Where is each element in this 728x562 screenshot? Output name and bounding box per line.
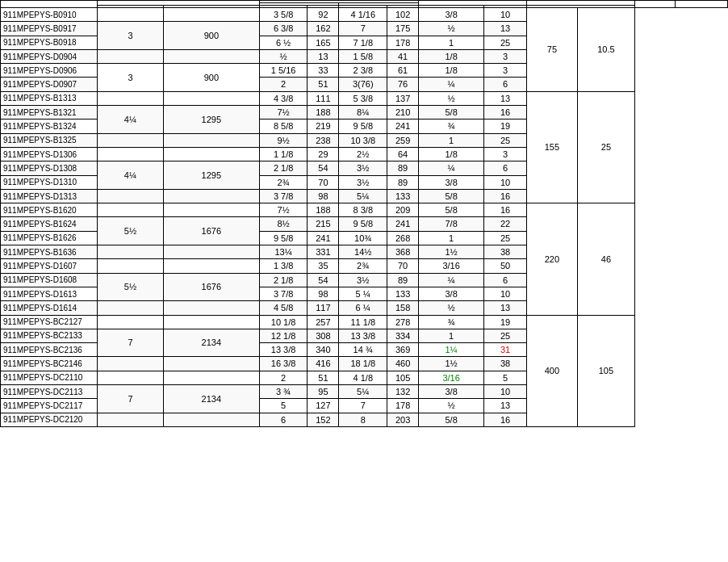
cell-css-mm: 29 [308,147,339,161]
cell-css-inch: 7½ [259,203,308,217]
cell-min2-mm: 38 [484,245,527,259]
cell-oss-mm: 70 [387,259,419,273]
cell-min1-inch: 1/8 [419,49,484,63]
cell-oss-inch: 11 1/8 [339,315,387,329]
cell-mm-cone [163,245,259,259]
cell-oss-inch: 3(76) [339,78,387,91]
cell-css-mm: 33 [308,64,339,78]
cell-mm-cone [163,371,259,384]
cell-css-mm: 331 [308,245,339,259]
cell-min1-inch: ½ [419,91,484,105]
cell-oss-inch: 3½ [339,161,387,175]
cell-css-inch: 4 3/8 [259,91,308,105]
cell-model: 911MPEPYS-B1324 [1,120,98,133]
cell-min2-mm: 16 [484,106,527,120]
cell-min1-inch: 3/8 [419,8,484,22]
cell-css-inch: 3 7/8 [259,189,308,203]
cell-oss-inch: 6 ¼ [339,301,387,315]
cell-mm-cone: 1295 [163,106,259,134]
cell-feet: 5½ [98,217,164,245]
cell-oss-mm: 89 [387,273,419,287]
crusher-specs-table: 911MPEPYS-B09103 5/8924 1/161023/8107510… [0,0,728,427]
cell-model: 911MPEPYS-B0918 [1,36,98,49]
cell-css-mm: 13 [308,49,339,63]
cell-feet: 3 [98,22,164,50]
cell-feet [98,49,164,63]
table-row: 911MPEPYS-B16207½1888 3/82095/81622046 [1,203,728,217]
cell-oss-inch: 8¼ [339,106,387,120]
cell-oss-mm: 41 [387,49,419,63]
cell-oss-inch: 5¼ [339,385,387,399]
col-header-min2 [527,1,635,6]
cell-min2-mm: 6 [484,161,527,175]
table-body: 911MPEPYS-B09103 5/8924 1/161023/8107510… [1,8,728,427]
cell-mm-cone: 900 [163,64,259,92]
cell-css-mm: 215 [308,217,339,231]
col-header-motor [635,1,676,8]
cell-feet: 4¼ [98,161,164,190]
cell-css-mm: 111 [308,91,339,105]
cell-oss-mm: 102 [387,8,419,22]
cell-min2-mm: 50 [484,259,527,273]
cell-oss-inch: 7 [339,22,387,36]
cell-css-mm: 162 [308,22,339,36]
cell-css-mm: 98 [308,189,339,203]
cell-feet [98,147,164,161]
cell-min1-inch: ½ [419,301,484,315]
cell-css-inch: 9½ [259,133,308,147]
cell-min2-mm: 19 [484,120,527,133]
cell-min2-mm: 10 [484,175,527,189]
cell-min2-mm: 10 [484,287,527,300]
cell-css-mm: 35 [308,259,339,273]
cell-mm-cone: 2134 [163,329,259,357]
cell-feet [98,371,164,384]
cell-css-inch: 13 3/8 [259,343,308,357]
cell-mm-cone: 900 [163,22,259,50]
cell-model: 911MPEPYS-BC2133 [1,329,98,342]
cell-css-mm: 152 [308,413,339,426]
cell-oss-inch: 2½ [339,147,387,161]
cell-oss-inch: 5¼ [339,189,387,203]
cell-css-inch: 6 3/8 [259,22,308,36]
cell-min1-inch: 1 [419,133,484,147]
table-row: 911MPEPYS-B13134 3/81115 3/8137½1315525 [1,91,728,105]
cell-oss-mm: 132 [387,385,419,399]
cell-mm-cone [163,8,259,22]
cell-oss-inch: 9 5/8 [339,217,387,231]
cell-oss-mm: 175 [387,22,419,36]
cell-min2-mm: 38 [484,357,527,371]
cell-feet [98,91,164,105]
cell-css-mm: 340 [308,343,339,357]
cell-model: 911MPEPYS-D1607 [1,259,98,273]
cell-oss-inch: 18 1/8 [339,357,387,371]
cell-css-inch: 8½ [259,217,308,231]
cell-css-mm: 241 [308,231,339,245]
cell-css-mm: 54 [308,273,339,287]
cell-css-inch: 12 1/8 [259,329,308,342]
cell-model: 911MPEPYS-B1636 [1,245,98,259]
cell-css-inch: 1 5/16 [259,64,308,78]
cell-min2-mm: 3 [484,64,527,78]
cell-model: 911MPEPYS-D1608 [1,273,98,287]
cell-oss-mm: 61 [387,64,419,78]
cell-min1-inch: 1 [419,231,484,245]
cell-feet [98,245,164,259]
cell-oss-inch: 4 1/8 [339,371,387,384]
cell-css-inch: 16 3/8 [259,357,308,371]
cell-model: 911MPEPYS-B0917 [1,22,98,36]
cell-feet [98,133,164,147]
cell-oss-mm: 64 [387,147,419,161]
cell-min1-inch: 1/8 [419,147,484,161]
cell-model: 911MPEPYS-B1325 [1,133,98,147]
cell-css-inch: 2 1/8 [259,161,308,175]
cell-css-mm: 416 [308,357,339,371]
cell-oss-mm: 89 [387,175,419,189]
cell-css-mm: 219 [308,120,339,133]
cell-oss-inch: 10¾ [339,231,387,245]
cell-css-mm: 188 [308,106,339,120]
table-row: 911MPEPYS-BC212710 1/825711 1/8278¾19400… [1,315,728,329]
cell-min2-mm: 25 [484,36,527,49]
cell-oss-inch: 7 1/8 [339,36,387,49]
cell-oss-mm: 178 [387,399,419,413]
cell-oss-mm: 268 [387,231,419,245]
